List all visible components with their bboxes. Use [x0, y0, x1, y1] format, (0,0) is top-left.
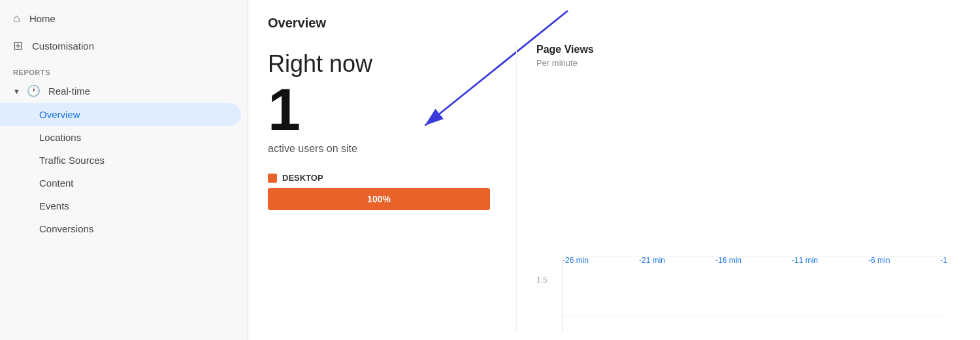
grid-line-middle-top [563, 317, 947, 317]
realtime-label: Real-time [48, 85, 90, 97]
events-label: Events [39, 200, 69, 211]
chart-area: 1.5 1.0 0.5 ▲ [536, 256, 960, 332]
main-content: Overview Right now 1 active users on sit… [248, 0, 980, 340]
sidebar-item-events[interactable]: Events [0, 194, 248, 217]
overview-label: Overview [39, 109, 80, 120]
traffic-sources-label: Traffic Sources [39, 155, 105, 166]
progress-bar-container: 100% [268, 188, 490, 210]
sidebar-item-locations[interactable]: Locations [0, 126, 248, 149]
device-type-label: DESKTOP [282, 173, 323, 183]
customisation-icon: ⊞ [13, 39, 23, 53]
sidebar: ⌂ Home ⊞ Customisation REPORTS ▼ 🕐 Real-… [0, 0, 248, 340]
content-label: Content [39, 178, 74, 189]
sidebar-item-traffic-sources[interactable]: Traffic Sources [0, 149, 248, 172]
right-now-panel: Right now 1 active users on site DESKTOP… [268, 44, 516, 332]
right-now-label: Right now [268, 50, 516, 78]
conversions-label: Conversions [39, 223, 93, 234]
sidebar-item-realtime[interactable]: ▼ 🕐 Real-time [0, 79, 248, 103]
sidebar-customisation-label: Customisation [32, 40, 94, 52]
page-title: Overview [268, 16, 960, 31]
device-label: DESKTOP [268, 173, 516, 183]
progress-bar-fill: 100% [268, 188, 490, 210]
sidebar-item-overview[interactable]: Overview [0, 103, 241, 126]
active-users-count: 1 [268, 80, 516, 139]
page-views-panel: Page Views Per minute 1.5 1.0 0.5 [516, 44, 960, 332]
sidebar-home-label: Home [29, 13, 56, 24]
active-users-text: active users on site [268, 143, 516, 155]
progress-percentage: 100% [367, 194, 391, 204]
overview-body: Right now 1 active users on site DESKTOP… [268, 44, 960, 332]
sidebar-item-customisation[interactable]: ⊞ Customisation [0, 32, 248, 59]
realtime-submenu: Overview Locations Traffic Sources Conte… [0, 103, 248, 240]
chart-title: Page Views [536, 44, 960, 55]
device-color-indicator [268, 174, 277, 183]
locations-label: Locations [39, 132, 81, 143]
y-axis: 1.5 1.0 0.5 [536, 256, 554, 332]
chart-scroll-handle[interactable]: ▲ ▶ [946, 256, 960, 332]
device-section: DESKTOP 100% [268, 173, 516, 210]
clock-icon: 🕐 [27, 84, 41, 98]
home-icon: ⌂ [13, 12, 20, 25]
sidebar-item-home[interactable]: ⌂ Home [0, 5, 248, 32]
sidebar-item-conversions[interactable]: Conversions [0, 217, 248, 240]
y-label-1.5: 1.5 [536, 275, 547, 285]
sidebar-item-content[interactable]: Content [0, 172, 248, 194]
chart-inner [563, 256, 947, 332]
grid-line-top [563, 256, 947, 256]
reports-section-label: REPORTS [0, 59, 248, 79]
chart-subtitle: Per minute [536, 58, 960, 68]
expand-arrow-icon: ▼ [13, 87, 20, 95]
